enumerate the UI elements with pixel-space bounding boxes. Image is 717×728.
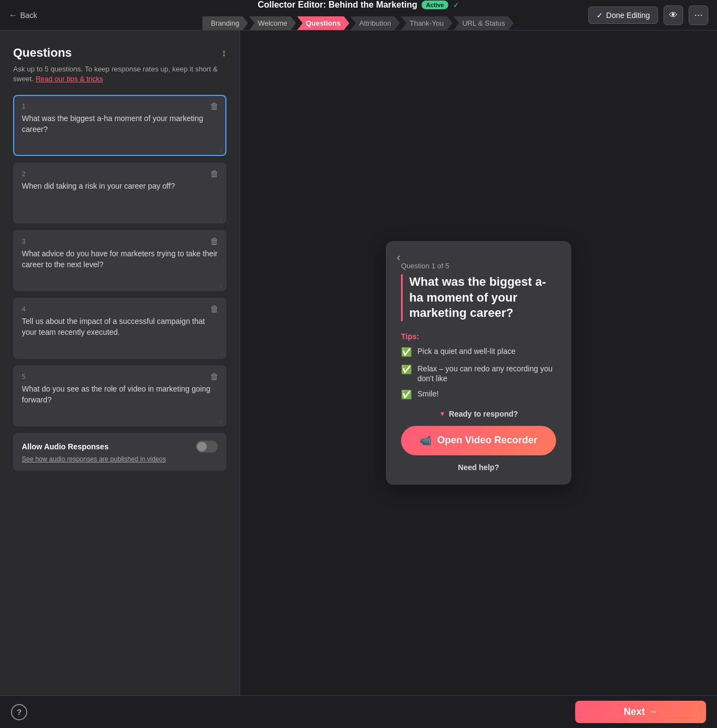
tab-branding[interactable]: Branding [202, 16, 248, 30]
resize-handle-4: ⌟ [219, 350, 222, 356]
tab-attribution[interactable]: Attribution [350, 16, 400, 30]
question-card-4[interactable]: 4 🗑 Tell us about the impact of a succes… [13, 298, 226, 359]
camera-icon: 📹 [420, 435, 432, 447]
ellipsis-icon: ⋯ [694, 10, 703, 20]
panel-title: Questions [13, 46, 72, 60]
question-text-1[interactable]: What was the biggest a-ha moment of your… [22, 113, 218, 146]
panel-header: Questions ↕ [13, 46, 226, 60]
tip-item-2: ✅ Relax – you can redo any recording you… [401, 364, 556, 383]
done-editing-label: Done Editing [606, 11, 650, 20]
question-text-2[interactable]: When did taking a risk in your career pa… [22, 181, 218, 214]
audio-responses-card: Allow Audio Responses See how audio resp… [13, 433, 226, 471]
preview-button[interactable]: 👁 [664, 5, 683, 25]
tip-text-1: Pick a quiet and well-lit place [417, 346, 516, 356]
sort-icon[interactable]: ↕ [222, 47, 226, 59]
back-button[interactable]: ← Back [9, 10, 37, 20]
delete-question-2-button[interactable]: 🗑 [210, 169, 219, 179]
editor-title: Collector Editor: Behind the Marketing [258, 0, 417, 10]
main-layout: Questions ↕ Ask up to 5 questions. To ke… [0, 31, 717, 695]
resize-handle-2: ⌟ [219, 214, 222, 220]
tip-check-icon-1: ✅ [401, 347, 412, 358]
tip-check-icon-2: ✅ [401, 364, 412, 376]
delete-question-5-button[interactable]: 🗑 [210, 372, 219, 382]
card-number-5: 5 [22, 373, 218, 381]
delete-question-3-button[interactable]: 🗑 [210, 237, 219, 246]
question-text-3[interactable]: What advice do you have for marketers tr… [22, 249, 218, 281]
tab-questions[interactable]: Questions [297, 16, 350, 30]
audio-label: Allow Audio Responses [22, 442, 109, 451]
question-text-5[interactable]: What do you see as the role of video in … [22, 384, 218, 417]
recorder-btn-label: Open Video Recorder [437, 435, 537, 446]
toggle-knob [197, 442, 207, 452]
audio-subtitle: See how audio responses are published in… [22, 455, 218, 463]
delete-question-4-button[interactable]: 🗑 [210, 304, 219, 314]
tip-text-3: Smile! [417, 389, 439, 399]
checkmark-icon: ✓ [596, 11, 603, 20]
open-video-recorder-button[interactable]: 📹 Open Video Recorder [401, 426, 556, 455]
resize-handle-5: ⌟ [219, 417, 222, 423]
tab-thank-you[interactable]: Thank-You [401, 16, 452, 30]
top-bar-center: Collector Editor: Behind the Marketing A… [202, 0, 515, 30]
nav-tabs: Branding Welcome Questions Attribution T… [202, 16, 515, 30]
more-options-button[interactable]: ⋯ [689, 5, 708, 25]
tips-label: Tips: [401, 332, 556, 341]
question-card-3[interactable]: 3 🗑 What advice do you have for marketer… [13, 230, 226, 291]
audio-toggle[interactable] [196, 441, 218, 453]
delete-question-1-button[interactable]: 🗑 [210, 101, 219, 111]
tab-url-status[interactable]: URL & Status [453, 16, 513, 30]
next-button[interactable]: Next → [575, 701, 706, 723]
tips-tricks-link[interactable]: Read our tips & tricks [35, 75, 103, 83]
card-number-1: 1 [22, 103, 218, 110]
back-arrow-icon: ← [9, 10, 17, 20]
triangle-icon: ▼ [439, 410, 446, 418]
preview-question-text: What was the biggest a-ha moment of your… [401, 274, 556, 321]
active-badge: Active [422, 1, 449, 9]
eye-icon: 👁 [669, 10, 678, 20]
bottom-bar: ? Next → [0, 695, 717, 728]
next-label: Next → [624, 706, 658, 718]
help-button[interactable]: ? [11, 704, 27, 720]
preview-back-button[interactable]: ‹ [397, 251, 401, 263]
resize-handle-3: ⌟ [219, 282, 222, 288]
preview-card: ‹ Question 1 of 5 What was the biggest a… [386, 241, 571, 485]
audio-row: Allow Audio Responses [22, 441, 218, 453]
tip-check-icon-3: ✅ [401, 389, 412, 401]
check-icon: ✓ [453, 1, 459, 9]
ready-row: ▼ Ready to respond? [401, 410, 556, 418]
card-number-2: 2 [22, 170, 218, 178]
card-number-3: 3 [22, 238, 218, 245]
back-label: Back [20, 11, 37, 20]
left-panel: Questions ↕ Ask up to 5 questions. To ke… [0, 31, 240, 695]
question-card-5[interactable]: 5 🗑 What do you see as the role of video… [13, 365, 226, 426]
right-panel: ‹ Question 1 of 5 What was the biggest a… [240, 31, 717, 695]
tab-welcome[interactable]: Welcome [249, 16, 296, 30]
question-card-2[interactable]: 2 🗑 When did taking a risk in your caree… [13, 163, 226, 224]
question-mark-icon: ? [16, 707, 21, 717]
audio-responses-link[interactable]: audio responses [49, 455, 97, 463]
q-counter: Question 1 of 5 [401, 262, 556, 270]
done-editing-button[interactable]: ✓ Done Editing [588, 7, 658, 24]
tip-item-1: ✅ Pick a quiet and well-lit place [401, 346, 556, 358]
tip-text-2: Relax – you can redo any recording you d… [417, 364, 556, 383]
top-bar: ← Back Collector Editor: Behind the Mark… [0, 0, 717, 31]
top-bar-right: ✓ Done Editing 👁 ⋯ [588, 5, 708, 25]
panel-subtitle: Ask up to 5 questions. To keep response … [13, 64, 226, 84]
tip-item-3: ✅ Smile! [401, 389, 556, 401]
top-bar-left: ← Back [9, 10, 74, 20]
question-card-1[interactable]: 1 🗑 What was the biggest a-ha moment of … [13, 95, 226, 156]
card-number-4: 4 [22, 305, 218, 313]
title-row: Collector Editor: Behind the Marketing A… [258, 0, 459, 10]
question-text-4[interactable]: Tell us about the impact of a successful… [22, 316, 218, 349]
need-help-text[interactable]: Need help? [401, 463, 556, 472]
ready-text: Ready to respond? [449, 410, 518, 418]
resize-handle-1: ⌟ [219, 147, 222, 153]
tips-section: Tips: ✅ Pick a quiet and well-lit place … [401, 332, 556, 401]
